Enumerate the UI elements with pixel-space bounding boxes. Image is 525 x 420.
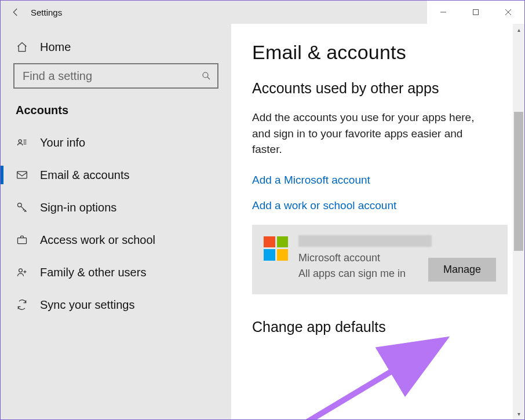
settings-window: Settings Home: [0, 0, 525, 420]
category-heading: Accounts: [1, 96, 231, 126]
content: Email & accounts Accounts used by other …: [231, 24, 524, 419]
svg-rect-12: [18, 238, 27, 244]
manage-button[interactable]: Manage: [428, 258, 496, 282]
home-button[interactable]: Home: [1, 31, 231, 63]
nav-your-info[interactable]: Your info: [1, 126, 231, 159]
search-wrap: [1, 63, 231, 96]
svg-point-4: [203, 72, 208, 78]
nav-label: Access work or school: [40, 233, 155, 247]
briefcase-icon: [16, 233, 28, 246]
nav-family-users[interactable]: Family & other users: [1, 256, 231, 288]
nav-label: Email & accounts: [40, 169, 130, 182]
person-card-icon: [16, 136, 28, 149]
scroll-track[interactable]: [513, 35, 524, 408]
section-description: Add the accounts you use for your apps h…: [252, 109, 495, 158]
nav: Your info Email & accounts Sign-in optio…: [1, 126, 231, 321]
scroll-up-icon[interactable]: ▴: [513, 24, 524, 35]
section-title: Accounts used by other apps: [252, 80, 505, 97]
svg-point-13: [19, 269, 23, 272]
svg-point-11: [18, 203, 22, 207]
add-work-school-account-link[interactable]: Add a work or school account: [252, 199, 505, 212]
svg-line-5: [207, 77, 210, 79]
account-email-redacted: [298, 235, 432, 247]
nav-label: Sign-in options: [40, 201, 116, 214]
nav-label: Sync your settings: [40, 298, 134, 312]
search-icon: [201, 71, 212, 81]
key-icon: [16, 201, 28, 214]
home-icon: [16, 41, 28, 53]
titlebar: Settings: [1, 1, 524, 24]
nav-access-work-school[interactable]: Access work or school: [1, 224, 231, 256]
scroll-down-icon[interactable]: ▾: [513, 408, 524, 419]
search-input[interactable]: [23, 70, 201, 83]
people-plus-icon: [16, 266, 28, 279]
sync-icon: [16, 298, 28, 311]
search-box[interactable]: [13, 63, 218, 89]
body: Home Accounts Your info: [1, 24, 524, 419]
nav-label: Your info: [40, 136, 85, 149]
window-title: Settings: [31, 8, 62, 17]
nav-sync-settings[interactable]: Sync your settings: [1, 288, 231, 321]
mail-icon: [16, 169, 28, 181]
account-card[interactable]: Microsoft account All apps can sign me i…: [252, 225, 508, 294]
svg-rect-1: [473, 10, 479, 15]
close-button[interactable]: [492, 1, 524, 24]
add-microsoft-account-link[interactable]: Add a Microsoft account: [252, 174, 505, 187]
home-label: Home: [40, 41, 71, 54]
scroll-thumb[interactable]: [514, 112, 523, 251]
back-button[interactable]: [1, 1, 31, 24]
window-controls: [427, 1, 524, 24]
svg-point-6: [19, 140, 21, 143]
scrollbar[interactable]: ▴ ▾: [513, 24, 524, 419]
sidebar: Home Accounts Your info: [1, 24, 231, 419]
minimize-button[interactable]: [427, 1, 460, 24]
content-inner: Email & accounts Accounts used by other …: [231, 24, 524, 419]
nav-email-accounts[interactable]: Email & accounts: [1, 159, 231, 191]
microsoft-logo-icon: [264, 236, 288, 261]
svg-rect-10: [17, 171, 27, 178]
nav-signin-options[interactable]: Sign-in options: [1, 191, 231, 224]
next-section-title: Change app defaults: [252, 319, 505, 335]
page-title: Email & accounts: [252, 41, 505, 64]
nav-label: Family & other users: [40, 266, 146, 279]
maximize-button[interactable]: [460, 1, 492, 24]
